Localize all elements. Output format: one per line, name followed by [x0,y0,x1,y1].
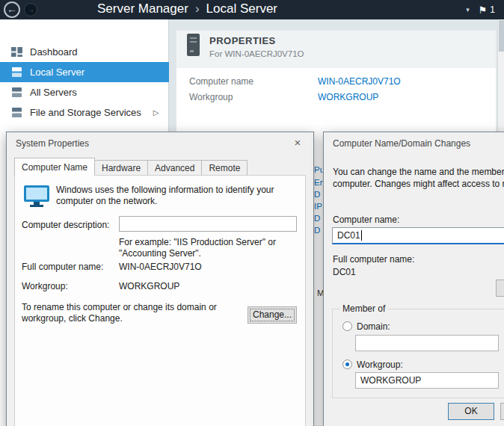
sidebar-item-file-storage-services[interactable]: File and Storage Services ▷ [0,102,169,123]
properties-tile-header: PROPERTIES For WIN-0AECRJ0V71O [176,31,496,68]
scrollbar-thumb[interactable] [499,20,504,52]
tab-remote[interactable]: Remote [201,160,248,176]
computer-name-input[interactable]: DC01 [332,227,504,244]
sidebar-item-label: All Servers [30,87,77,98]
text-caret [361,230,362,241]
tab-advanced[interactable]: Advanced [147,160,202,176]
notifications-flag-button[interactable]: ⚑ 1 [479,4,495,16]
server-icon [11,67,22,77]
ok-button[interactable]: OK [448,403,494,420]
domain-radio-label[interactable]: Domain: [357,321,390,332]
sidebar-item-label: Dashboard [30,46,78,58]
forward-button[interactable]: → [24,3,37,16]
properties-subheading: For WIN-0AECRJ0V71O [209,49,304,58]
workgroup-input[interactable]: WORKGROUP [355,372,499,389]
properties-rows: Computer name WIN-0AECRJ0V71O Workgroup … [189,74,401,105]
breadcrumb-server-manager[interactable]: Server Manager [97,1,188,16]
workgroup-radio[interactable] [342,359,352,369]
close-icon[interactable]: × [289,135,306,150]
forward-arrow-icon: → [27,5,34,13]
tab-page-computer-name [14,175,306,426]
full-computer-name-value: DC01 [333,267,356,277]
rename-hint-text: To rename this computer or change its do… [22,302,240,324]
workgroup-input-value: WORKGROUP [360,375,421,386]
sidebar-item-local-server[interactable]: Local Server [0,62,169,82]
clipped-link-fragment: D [314,190,323,199]
dialog-title-bar[interactable]: System Properties [16,138,89,149]
dialog-intro-line1: You can change the name and the membersh… [333,167,504,177]
sidebar-item-dashboard[interactable]: Dashboard [0,42,169,62]
full-computer-name-label: Full computer name: [333,254,414,265]
expand-arrow-icon[interactable]: ▷ [153,108,159,117]
more-button[interactable] [496,280,504,297]
servers-icon [11,87,22,97]
clipped-link-fragment: Pu [314,165,323,174]
breadcrumb-separator: › [195,1,200,16]
workgroup-radio-label[interactable]: Workgroup: [357,359,403,370]
change-button[interactable]: Change... [248,306,297,324]
back-button[interactable]: ← [4,1,20,18]
breadcrumb: Server Manager›Local Server [97,0,277,19]
dialog-intro-line2: computer. Changes might affect access to… [333,179,504,189]
member-of-label: Member of [339,303,388,314]
domain-input[interactable] [355,335,499,351]
tab-hardware[interactable]: Hardware [94,160,148,176]
tab-computer-name[interactable]: Computer Name [14,158,95,176]
computer-name-input-value: DC01 [337,230,360,241]
identify-computer-text: Windows uses the following information t… [56,185,295,207]
breadcrumb-local-server[interactable]: Local Server [206,1,277,16]
storage-icon [11,108,22,117]
topbar: ← → Server Manager›Local Server ▾ ⚑ 1 [0,0,504,19]
sidebar-item-label: File and Storage Services [30,107,141,118]
server-properties-icon [187,34,200,58]
dialog-title-bar[interactable]: Computer Name/Domain Changes [333,138,470,149]
workgroup-value: WORKGROUP [119,281,179,291]
workgroup-link[interactable]: WORKGROUP [318,90,378,105]
back-arrow-icon: ← [7,3,17,15]
properties-heading: PROPERTIES [209,35,276,46]
description-example-text: For example: "IIS Production Server" or … [119,237,276,259]
full-computer-name-label: Full computer name: [22,262,103,272]
computer-name-link[interactable]: WIN-0AECRJ0V71O [318,74,401,90]
computer-name-domain-changes-dialog: Computer Name/Domain Changes You can cha… [323,132,504,426]
clipped-link-fragment: IP [314,202,323,211]
chevron-down-icon[interactable]: ▾ [466,6,470,13]
clipped-link-fragment: D [314,214,323,223]
clipped-link-fragment: D [314,226,323,235]
cancel-button[interactable] [500,403,504,420]
computer-description-input[interactable] [119,216,297,232]
property-label: Workgroup [189,90,318,105]
system-properties-dialog: System Properties × Computer Name Hardwa… [6,132,314,426]
workgroup-label: Workgroup: [22,281,68,291]
property-row-workgroup: Workgroup WORKGROUP [189,90,401,105]
property-row-computer-name: Computer name WIN-0AECRJ0V71O [189,74,401,90]
full-computer-name-value: WIN-0AECRJ0V71O [119,262,202,272]
computer-name-label: Computer name: [333,214,399,225]
dashboard-icon [11,47,22,57]
monitor-icon [23,185,50,210]
property-label: Computer name [189,74,318,90]
server-manager-window: ← → Server Manager›Local Server ▾ ⚑ 1 Da… [0,0,504,426]
computer-description-label: Computer description: [22,220,109,230]
sidebar-item-all-servers[interactable]: All Servers [0,82,169,102]
topbar-actions: ▾ ⚑ 1 [466,0,495,19]
flag-icon: ⚑ [479,4,488,16]
sidebar-item-label: Local Server [30,67,84,78]
notification-count: 1 [490,4,495,15]
domain-radio[interactable] [342,321,352,331]
tab-strip: Computer Name Hardware Advanced Remote [14,158,247,176]
clipped-link-fragment: En [314,178,323,187]
